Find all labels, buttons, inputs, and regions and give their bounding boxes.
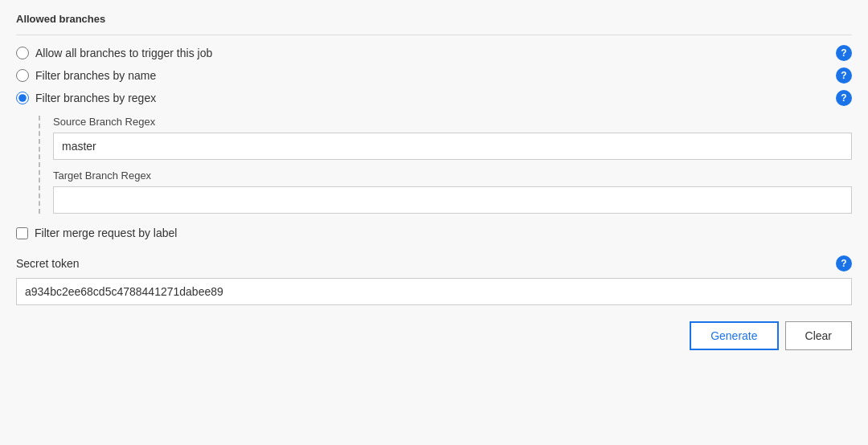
filter-by-regex-label[interactable]: Filter branches by regex (35, 92, 156, 104)
buttons-row: Generate Clear (16, 321, 852, 350)
filter-by-name-group: Filter branches by name (16, 69, 156, 82)
filter-merge-label[interactable]: Filter merge request by label (35, 227, 177, 239)
filter-by-name-radio[interactable] (16, 69, 29, 82)
allow-all-help-icon[interactable]: ? (836, 45, 852, 61)
secret-token-section: Secret token ? (16, 255, 852, 315)
secret-token-header: Secret token ? (16, 255, 852, 271)
generate-button[interactable]: Generate (690, 321, 778, 350)
target-branch-input[interactable] (53, 186, 852, 214)
target-branch-label: Target Branch Regex (53, 169, 852, 182)
secret-token-input[interactable] (16, 278, 852, 305)
filter-by-name-row: Filter branches by name ? (16, 67, 852, 84)
regex-section: Source Branch Regex Target Branch Regex (39, 116, 852, 214)
filter-by-name-help-icon[interactable]: ? (836, 67, 852, 84)
allowed-branches-panel: Allowed branches Allow all branches to t… (0, 0, 868, 445)
clear-button[interactable]: Clear (785, 321, 852, 350)
filter-merge-request-row: Filter merge request by label (16, 227, 852, 239)
section-title: Allowed branches (16, 13, 852, 25)
section-divider (16, 35, 852, 35)
secret-token-label: Secret token (16, 257, 80, 270)
filter-by-regex-group: Filter branches by regex (16, 92, 156, 104)
allow-all-group: Allow all branches to trigger this job (16, 47, 212, 59)
source-branch-label: Source Branch Regex (53, 116, 852, 128)
source-branch-input[interactable] (53, 133, 852, 160)
allow-all-label[interactable]: Allow all branches to trigger this job (35, 47, 212, 59)
filter-merge-checkbox[interactable] (16, 227, 28, 239)
filter-by-name-label[interactable]: Filter branches by name (35, 69, 156, 82)
allow-all-radio[interactable] (16, 47, 29, 59)
filter-by-regex-help-icon[interactable]: ? (836, 90, 852, 106)
filter-by-regex-radio[interactable] (16, 92, 29, 104)
allow-all-row: Allow all branches to trigger this job ? (16, 45, 852, 61)
secret-token-help-icon[interactable]: ? (836, 255, 852, 271)
filter-by-regex-row: Filter branches by regex ? (16, 90, 852, 106)
